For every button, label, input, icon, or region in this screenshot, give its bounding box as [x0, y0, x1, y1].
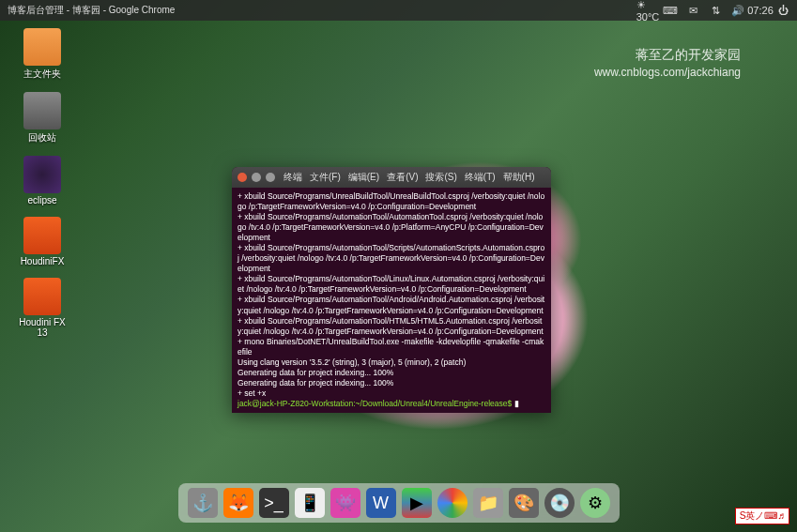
dock-terminal-icon[interactable]: >_ — [259, 488, 289, 518]
dock-phone-icon[interactable]: 📱 — [295, 488, 325, 518]
menu-item[interactable]: 文件(F) — [310, 171, 341, 184]
terminal-line: + xbuild Source/Programs/AutomationTool/… — [238, 295, 545, 315]
dock-files-icon[interactable]: 📁 — [473, 488, 503, 518]
desktop-icon-label: eclipse — [27, 195, 56, 205]
desktop-icon-label: Houdini FX 13 — [14, 317, 70, 338]
terminal-line: + xbuild Source/Programs/AutomationTool/… — [238, 243, 545, 274]
terminal-window[interactable]: 终端文件(F)编辑(E)查看(V)搜索(S)终端(T)帮助(H) + xbuil… — [232, 167, 551, 413]
dock-chrome-icon[interactable] — [437, 488, 467, 518]
volume-icon[interactable]: 🔊 — [731, 4, 744, 17]
dock-mascot-icon[interactable]: 👾 — [330, 488, 360, 518]
desktop-icon-2[interactable]: eclipse — [14, 156, 70, 205]
terminal-output[interactable]: + xbuild Source/Programs/UnrealBuildTool… — [232, 188, 551, 413]
dock-disc-icon[interactable]: 💿 — [544, 488, 575, 518]
terminal-line: + xbuild Source/Programs/UnrealBuildTool… — [238, 191, 545, 212]
desktop-icon-4[interactable]: Houdini FX 13 — [14, 278, 70, 338]
wallpaper-watermark: 蒋至乙的开发家园 www.cnblogs.com/jackchiang — [594, 47, 741, 79]
maximize-button[interactable] — [266, 173, 275, 182]
desktop-icon-label: 主文件夹 — [23, 68, 61, 81]
dock-gimp-icon[interactable]: 🎨 — [509, 488, 539, 518]
menu-item[interactable]: 查看(V) — [387, 171, 418, 184]
network-icon[interactable]: ⇅ — [709, 4, 722, 17]
dock: ⚓ 🦊 >_ 📱 👾 W ▶ 📁 🎨 💿 ⚙ — [178, 483, 620, 523]
houdini-icon — [23, 217, 61, 254]
menu-item[interactable]: 编辑(E) — [348, 171, 379, 184]
watermark-line2: www.cnblogs.com/jackchiang — [594, 66, 741, 79]
menu-item[interactable]: 搜索(S) — [425, 171, 456, 184]
terminal-line: Generating data for project indexing... … — [238, 368, 545, 378]
dock-app-icon[interactable]: ▶ — [402, 488, 432, 518]
desktop-icon-label: 回收站 — [28, 131, 56, 144]
weather-indicator[interactable]: ☀30°C — [641, 4, 654, 17]
terminal-line: Using clang version '3.5.2' (string), 3 … — [238, 357, 545, 368]
cursor: ▮ — [514, 399, 519, 408]
desktop-icons: 主文件夹回收站eclipseHoudiniFXHoudini FX 13音频光盘 — [14, 28, 70, 532]
keyboard-icon[interactable]: ⌨ — [664, 4, 677, 17]
terminal-menubar: 终端文件(F)编辑(E)查看(V)搜索(S)终端(T)帮助(H) — [284, 171, 534, 184]
power-icon[interactable]: ⏻ — [776, 4, 789, 17]
menu-item[interactable]: 终端 — [284, 171, 302, 184]
terminal-line: + xbuild Source/Programs/AutomationTool/… — [238, 316, 545, 337]
menu-item[interactable]: 终端(T) — [465, 171, 496, 184]
top-panel: 博客后台管理 - 博客园 - Google Chrome ☀30°C ⌨ ✉ ⇅… — [0, 0, 797, 21]
window-title: 博客后台管理 - 博客园 - Google Chrome — [8, 4, 175, 17]
terminal-line: + mono Binaries/DotNET/UnrealBuildTool.e… — [238, 337, 545, 357]
folder-icon — [23, 28, 61, 66]
terminal-titlebar[interactable]: 终端文件(F)编辑(E)查看(V)搜索(S)终端(T)帮助(H) — [232, 167, 551, 188]
houdini-icon — [23, 278, 61, 315]
eclipse-icon — [23, 156, 61, 193]
dock-anchor-icon[interactable]: ⚓ — [188, 488, 218, 518]
ime-badge[interactable]: S英ノ⌨♬ — [735, 508, 789, 524]
dock-firefox-icon[interactable]: 🦊 — [223, 488, 253, 518]
close-button[interactable] — [238, 173, 247, 182]
terminal-prompt: jack@jack-HP-Z820-Workstation:~/Download… — [238, 399, 545, 409]
mail-icon[interactable]: ✉ — [686, 4, 699, 17]
terminal-line: + set +x — [238, 388, 545, 399]
minimize-button[interactable] — [252, 173, 261, 182]
dock-settings-icon[interactable]: ⚙ — [580, 488, 610, 518]
system-tray: ☀30°C ⌨ ✉ ⇅ 🔊 07:26 ⏻ — [641, 4, 789, 17]
desktop-icon-1[interactable]: 回收站 — [14, 92, 70, 144]
terminal-line: + xbuild Source/Programs/AutomationTool/… — [238, 212, 545, 243]
desktop-icon-3[interactable]: HoudiniFX — [14, 217, 70, 266]
dock-wps-icon[interactable]: W — [366, 488, 396, 518]
menu-item[interactable]: 帮助(H) — [503, 171, 535, 184]
terminal-line: Generating data for project indexing... … — [238, 378, 545, 388]
clock[interactable]: 07:26 — [754, 4, 767, 17]
trash-icon — [23, 92, 61, 129]
terminal-line: + xbuild Source/Programs/AutomationTool/… — [238, 274, 545, 295]
desktop-icon-label: HoudiniFX — [21, 256, 65, 266]
watermark-line1: 蒋至乙的开发家园 — [594, 47, 741, 64]
desktop-icon-0[interactable]: 主文件夹 — [14, 28, 70, 81]
